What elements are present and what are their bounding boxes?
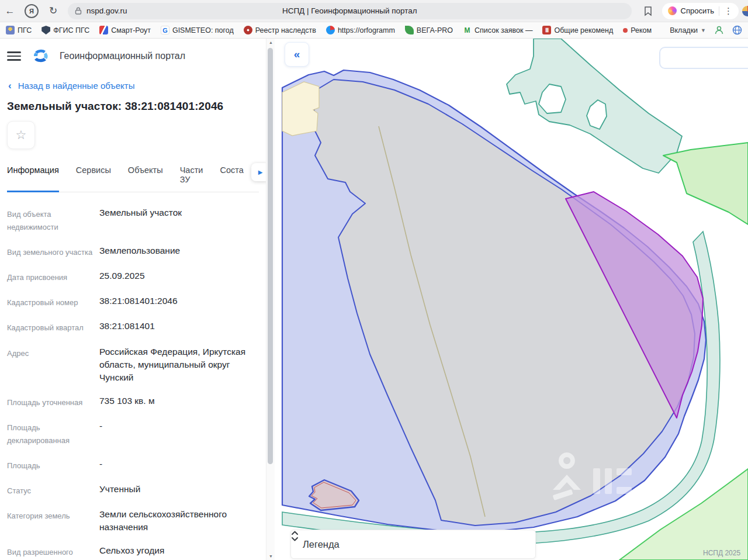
field-value: - [99,420,259,447]
field-label: Вид объекта недвижимости [7,206,95,234]
person-icon[interactable] [714,25,724,35]
app-title: Геоинформационный портал [60,51,185,61]
address-bar[interactable]: nspd.gov.ru НСПД | Геоинформационный пор… [68,3,632,19]
field-label: Категория земель [7,508,95,534]
bookmark-item[interactable]: ФГИС ПГС [41,26,89,34]
object-title: Земельный участок: 38:21:081401:2046 [7,100,259,113]
bookmark-item[interactable]: M Список заявок — [463,26,532,34]
scroll-down-icon[interactable]: ▼ [266,554,275,558]
yandex-icon[interactable]: Я [25,4,39,18]
panel-header: Геоинформационный портал [7,47,259,65]
bookmark-label: GISMETEO: погод [172,26,234,34]
map-area: « Легенда НСПД 2025 [275,39,748,560]
panel-scrollbar[interactable]: ▲ ▼ [266,39,275,560]
bookmark-item[interactable]: Ⅲ Общие рекоменд [542,26,613,34]
tabs-menu-button[interactable]: Вкладки ▼ [670,26,706,34]
chevron-down-icon: ▼ [701,27,706,33]
bookmark-item[interactable]: Реком [623,26,652,34]
kebab-menu-icon[interactable]: ⋮ [724,6,736,16]
bookmark-label: Смарт-Роут [111,26,151,34]
field-row: Вид объекта недвижимости Земельный участ… [7,206,259,234]
field-label: Площадь [7,458,95,472]
screen: { "browser": { "toolbar": { "back": "←",… [0,0,748,560]
bookmark-item[interactable]: G GISMETEO: погод [161,26,234,34]
forest-top-polygon[interactable] [507,39,682,173]
field-row: Площадь - [7,458,259,472]
bookmark-label: ВЕГА-PRO [417,26,453,34]
field-row: Адрес Российская Федерация, Иркутская об… [7,345,259,384]
field-label: Кадастровый номер [7,295,95,309]
bookmark-item[interactable]: https://orfogramm [326,26,395,34]
collapse-panel-button[interactable]: « [285,42,309,67]
field-row: Дата присвоения 25.09.2025 [7,269,259,284]
field-row: Кадастровый квартал 38:21:081401 [7,320,259,334]
bookmark-flag-icon[interactable] [643,6,653,16]
bookmark-label: Общие рекоменд [554,26,613,34]
chevron-left-icon: ‹ [8,81,12,91]
globe-icon[interactable] [732,25,742,35]
field-label: Вид земельного участка [7,244,95,259]
back-link-label: Назад в найденные объекты [18,81,135,91]
record-icon [623,28,628,33]
map-canvas[interactable] [275,39,748,560]
field-row: Кадастровый номер 38:21:081401:2046 [7,295,259,309]
field-label: Площадь декларированная [7,420,95,447]
scrollbar-thumb[interactable] [268,48,273,464]
lock-icon [75,7,82,15]
tabs-scroll-right-button[interactable]: ▶ [251,163,266,181]
browser-toolbar: ← Я ↻ nspd.gov.ru НСПД | Геоинформационн… [0,0,748,22]
favorite-button[interactable]: ☆ [7,121,35,149]
field-value: 38:21:081401 [99,320,259,334]
tab-parts[interactable]: Части ЗУ [180,162,203,192]
ask-button[interactable]: Спросить [668,6,714,15]
field-label: Кадастровый квартал [7,320,95,334]
field-label: Адрес [7,345,95,384]
hamburger-menu-icon[interactable] [7,51,21,61]
nspd-logo [32,47,49,65]
bookmark-item[interactable]: ВЕГА-PRO [405,26,453,34]
tab-objects[interactable]: Объекты [128,162,163,192]
gismeteo-icon: G [161,26,169,34]
bookmark-label: Реестр наследств [255,26,316,34]
field-row: Площадь декларированная - [7,420,259,447]
back-link[interactable]: ‹ Назад в найденные объекты [8,81,259,91]
bookmark-label: https://orfogramm [338,26,395,34]
legend-panel[interactable]: Легенда [290,530,536,559]
field-value: - [99,458,259,472]
beige-parcel-polygon[interactable] [282,82,319,136]
ask-button-group: Спросить ⋮ [662,3,739,19]
field-label: Статус [7,483,95,497]
field-value: Земли сельскохозяйственного назначения [99,508,259,534]
field-row: Площадь уточненная 735 103 кв. м [7,395,259,409]
field-row: Категория земель Земли сельскохозяйствен… [7,508,259,534]
back-icon[interactable]: ← [0,5,20,17]
tab-services[interactable]: Сервисы [76,162,111,192]
map-attribution: НСПД 2025 [703,549,740,557]
field-row: Вид земельного участка Землепользование [7,244,259,259]
double-chevron-left-icon: « [294,48,300,61]
profile-avatar-icon[interactable] [742,6,748,16]
smart-rout-icon [99,26,108,34]
tab-sostav[interactable]: Соста [220,162,243,192]
bookmark-label: Реком [631,26,652,34]
map-search-input[interactable] [659,47,748,69]
bank-icon: Ⅲ [542,26,551,34]
bookmarks-bar: ПГС ФГИС ПГС Смарт-Роут G GISMETEO: пого… [0,22,748,39]
field-value: Российская Федерация, Иркутская область,… [99,345,259,384]
page-title: НСПД | Геоинформационный портал [68,6,632,15]
leaf-icon [405,26,414,34]
field-value: Сельхоз угодия [99,544,259,560]
star-icon: ☆ [16,128,27,142]
registry-icon [244,26,252,34]
bookmark-item[interactable]: Смарт-Роут [99,26,151,34]
scroll-up-icon[interactable]: ▲ [266,40,275,44]
field-value: Землепользование [99,244,259,259]
bookmark-item[interactable]: Реестр наследств [244,26,316,34]
field-label: Площадь уточненная [7,395,95,409]
bookmark-item[interactable]: ПГС [6,26,32,34]
tab-information[interactable]: Информация [7,162,59,192]
triangle-right-icon: ▶ [258,169,263,175]
green-parcel-polygon[interactable] [663,143,748,224]
info-panel: Геоинформационный портал ‹ Назад в найде… [0,39,275,560]
reload-icon[interactable]: ↻ [43,5,63,17]
